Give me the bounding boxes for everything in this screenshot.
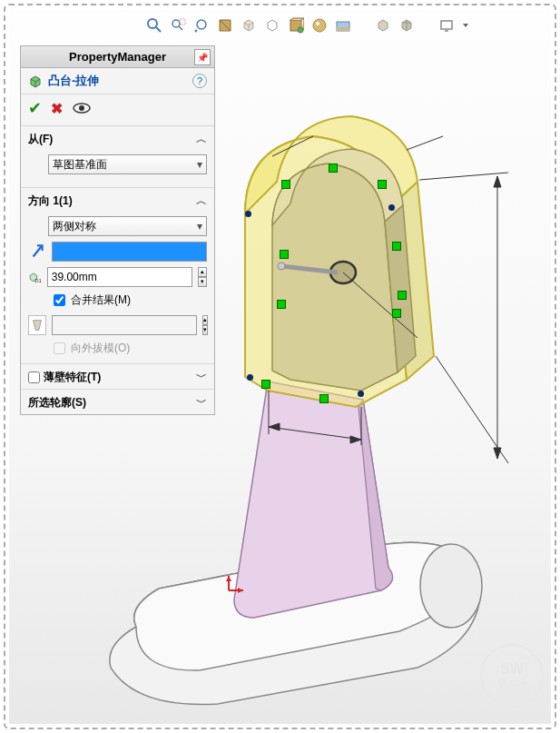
sketch-point[interactable]	[247, 374, 253, 381]
sketch-relation-icon[interactable]	[392, 242, 401, 251]
svg-point-2	[172, 20, 180, 27]
sketch-point[interactable]	[388, 204, 395, 211]
sketch-relation-icon[interactable]	[281, 180, 290, 189]
sketch-relation-icon[interactable]	[329, 163, 338, 173]
draft-icon[interactable]	[28, 315, 46, 335]
hide-show-icon[interactable]	[287, 16, 305, 35]
svg-rect-11	[337, 27, 349, 31]
svg-point-9	[316, 22, 319, 25]
draft-spinner[interactable]: ▴▾	[202, 315, 208, 335]
viewport-icon[interactable]	[437, 16, 456, 35]
view-settings-icon[interactable]	[374, 16, 392, 35]
reverse-direction-icon[interactable]	[28, 243, 46, 261]
from-header[interactable]: 从(F) ︿	[21, 126, 214, 151]
thin-feature-checkbox[interactable]	[28, 371, 40, 383]
collapse-icon: ︿	[196, 132, 207, 147]
edit-appearance-icon[interactable]	[310, 16, 329, 35]
zoom-previous-icon[interactable]	[192, 16, 211, 35]
svg-point-5	[197, 20, 206, 29]
sketch-relation-icon[interactable]	[277, 300, 286, 309]
ok-button[interactable]: ✔	[28, 98, 42, 118]
svg-point-18	[278, 262, 285, 270]
merge-result-checkbox[interactable]: 合并结果(M)	[28, 292, 207, 308]
direction1-section: 方向 1(1) ︿ 两侧对称▾ D1 ▴▾	[21, 188, 214, 364]
view-orientation-icon[interactable]	[240, 16, 258, 35]
sketch-relation-icon[interactable]	[378, 180, 387, 189]
help-icon[interactable]: ?	[192, 74, 207, 88]
end-condition-select[interactable]: 两侧对称▾	[48, 216, 207, 236]
watermark: SW 研习社	[480, 644, 544, 708]
direction1-header[interactable]: 方向 1(1) ︿	[21, 188, 214, 213]
sketch-relation-icon[interactable]	[261, 380, 270, 389]
pm-feature-header: 凸台-拉伸 ?	[21, 68, 214, 94]
svg-point-15	[79, 105, 84, 111]
collapse-icon: ︿	[196, 193, 207, 209]
sketch-relation-icon[interactable]	[398, 291, 407, 300]
feature-name: 凸台-拉伸	[48, 73, 187, 89]
svg-line-21	[407, 136, 443, 150]
svg-line-1	[156, 27, 161, 32]
direction-vector-input[interactable]	[52, 242, 207, 262]
draft-angle-input[interactable]	[52, 315, 197, 335]
sketch-relation-icon[interactable]	[280, 250, 289, 259]
extrude-boss-icon	[28, 74, 43, 88]
render-tools-icon[interactable]	[398, 16, 416, 35]
sketch-point[interactable]	[245, 211, 251, 217]
from-select[interactable]: 草图基准面▾	[48, 154, 207, 174]
svg-text:D1: D1	[34, 278, 41, 283]
pm-title-bar: PropertyManager 📌	[21, 46, 214, 68]
zoom-fit-icon[interactable]	[145, 16, 163, 35]
neck-body	[234, 381, 393, 618]
sketch-relation-icon[interactable]	[319, 394, 329, 403]
section-view-icon[interactable]	[216, 16, 234, 35]
svg-line-3	[179, 26, 182, 30]
draft-outward-checkbox: 向外拔模(O)	[28, 341, 207, 356]
pin-icon[interactable]: 📌	[194, 49, 211, 65]
depth-icon: D1	[28, 268, 42, 286]
thin-feature-section: 薄壁特征(T) ﹀	[21, 364, 214, 390]
from-section: 从(F) ︿ 草图基准面▾	[21, 126, 214, 188]
sketch-relation-icon[interactable]	[392, 309, 401, 318]
property-manager-panel: PropertyManager 📌 凸台-拉伸 ? ✔ ✖ 从(F) ︿ 草图基…	[20, 45, 215, 415]
apply-scene-icon[interactable]	[334, 16, 352, 35]
svg-point-17	[420, 544, 482, 628]
expand-icon: ﹀	[196, 370, 207, 385]
zoom-area-icon[interactable]	[169, 16, 187, 35]
expand-icon: ﹀	[196, 395, 207, 411]
sketch-point[interactable]	[358, 391, 364, 397]
depth-spinner[interactable]: ▴▾	[198, 267, 207, 287]
detailed-preview-icon[interactable]	[72, 101, 92, 115]
svg-rect-4	[180, 19, 185, 25]
display-style-icon[interactable]	[263, 16, 281, 35]
svg-point-7	[298, 27, 303, 33]
selected-contours-section: 所选轮廓(S) ﹀	[21, 390, 214, 414]
selected-contours-header[interactable]: 所选轮廓(S) ﹀	[21, 390, 214, 414]
toolbar-dropdown-icon[interactable]	[461, 16, 470, 35]
svg-point-0	[148, 19, 157, 28]
cancel-button[interactable]: ✖	[51, 100, 63, 117]
svg-line-22	[419, 173, 508, 180]
pm-action-row: ✔ ✖	[21, 94, 214, 126]
view-toolbar	[145, 16, 470, 35]
pm-title-text: PropertyManager	[69, 50, 166, 64]
thin-feature-header[interactable]: 薄壁特征(T) ﹀	[21, 364, 214, 389]
svg-rect-12	[441, 21, 452, 29]
svg-point-8	[313, 19, 326, 32]
depth-input[interactable]	[47, 267, 192, 287]
